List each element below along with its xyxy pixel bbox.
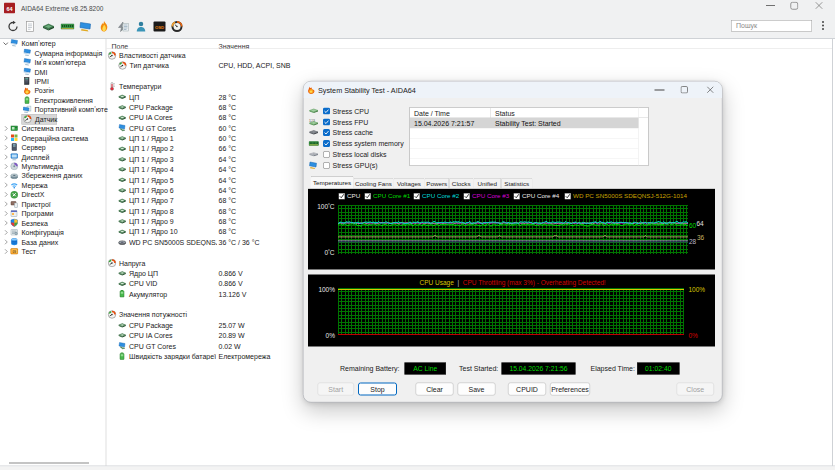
svg-text:64: 64 bbox=[6, 6, 13, 12]
svg-text:09: 09 bbox=[12, 250, 16, 254]
svg-text:OSD: OSD bbox=[155, 25, 164, 30]
